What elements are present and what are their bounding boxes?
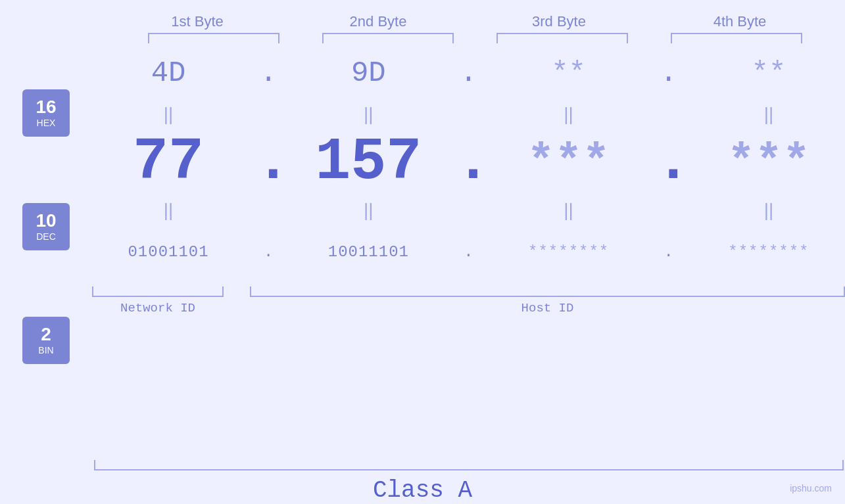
bin-dot-3: . [656, 243, 682, 261]
eq2-1: || [103, 200, 234, 221]
badge-hex-label: HEX [37, 118, 56, 128]
equals-row-1: || || || || [92, 103, 845, 126]
bottom-bracket-line [92, 286, 845, 297]
bracket-top-3 [496, 33, 628, 43]
hex-row: 4D . 9D . ** . ** [92, 43, 845, 103]
hex-dot-2: . [455, 57, 481, 89]
eq1-3: || [503, 104, 635, 125]
bottom-labels: Network ID Host ID [92, 301, 845, 315]
byte-label-2: 2nd Byte [306, 13, 450, 30]
dec-byte-1: 77 [103, 129, 234, 196]
hex-byte-4: ** [703, 57, 834, 89]
badge-bin: 2 BIN [22, 317, 70, 364]
hex-byte-1: 4D [103, 57, 234, 89]
content-area: 16 HEX 10 DEC 2 BIN 4D . [0, 43, 845, 449]
badge-bin-label: BIN [38, 345, 53, 355]
dec-dot-1: . [255, 133, 281, 192]
badge-hex: 16 HEX [22, 89, 70, 137]
badges-column: 16 HEX 10 DEC 2 BIN [0, 43, 92, 449]
data-columns: 4D . 9D . ** . ** [92, 43, 845, 449]
dec-dot-3: . [656, 133, 682, 192]
bin-dot-1: . [255, 243, 281, 261]
bracket-top-1 [148, 33, 279, 43]
equals-row-2: || || || || [92, 198, 845, 222]
dec-row: 77 . 157 . *** . *** [92, 126, 845, 198]
dec-dot-2: . [455, 133, 481, 192]
bin-byte-2: 10011101 [302, 243, 434, 261]
hex-byte-2: 9D [302, 57, 434, 89]
host-id-label: Host ID [250, 301, 845, 315]
bin-dot-2: . [455, 243, 481, 261]
eq1-4: || [703, 104, 834, 125]
badge-dec-label: DEC [36, 231, 56, 242]
watermark: ipshu.com [790, 483, 832, 493]
bracket-top-4 [671, 33, 802, 43]
eq2-3: || [503, 200, 635, 221]
top-bracket-row [127, 33, 824, 43]
network-id-label: Network ID [92, 301, 224, 315]
dec-byte-2: 157 [302, 129, 434, 196]
byte-label-4: 4th Byte [667, 13, 812, 30]
eq2-4: || [703, 200, 834, 221]
hex-dot-3: . [656, 57, 682, 89]
dec-byte-3: *** [503, 137, 635, 189]
badge-dec: 10 DEC [22, 203, 70, 250]
main-container: 1st Byte 2nd Byte 3rd Byte 4th Byte 16 H… [0, 0, 845, 504]
byte-label-1: 1st Byte [125, 13, 270, 30]
class-label: Class A [0, 477, 845, 504]
badge-hex-num: 16 [36, 98, 56, 116]
hex-byte-3: ** [503, 57, 635, 89]
badge-bin-num: 2 [41, 325, 51, 344]
badge-dec-num: 10 [36, 212, 56, 230]
network-bracket [92, 286, 224, 297]
byte-labels-row: 1st Byte 2nd Byte 3rd Byte 4th Byte [107, 13, 831, 30]
eq1-2: || [302, 104, 434, 125]
bracket-top-2 [322, 33, 454, 43]
dec-byte-4: *** [703, 137, 834, 189]
eq1-1: || [103, 104, 234, 125]
bin-byte-1: 01001101 [103, 243, 234, 261]
eq2-2: || [302, 200, 434, 221]
bin-row: 01001101 . 10011101 . ******** . [92, 222, 845, 281]
byte-label-3: 3rd Byte [487, 13, 631, 30]
bin-byte-3: ******** [503, 243, 635, 261]
class-bracket [94, 460, 844, 470]
bin-byte-4: ******** [703, 243, 834, 261]
hex-dot-1: . [255, 57, 281, 89]
host-bracket [250, 286, 845, 297]
bottom-brackets-area: Network ID Host ID [92, 286, 845, 315]
